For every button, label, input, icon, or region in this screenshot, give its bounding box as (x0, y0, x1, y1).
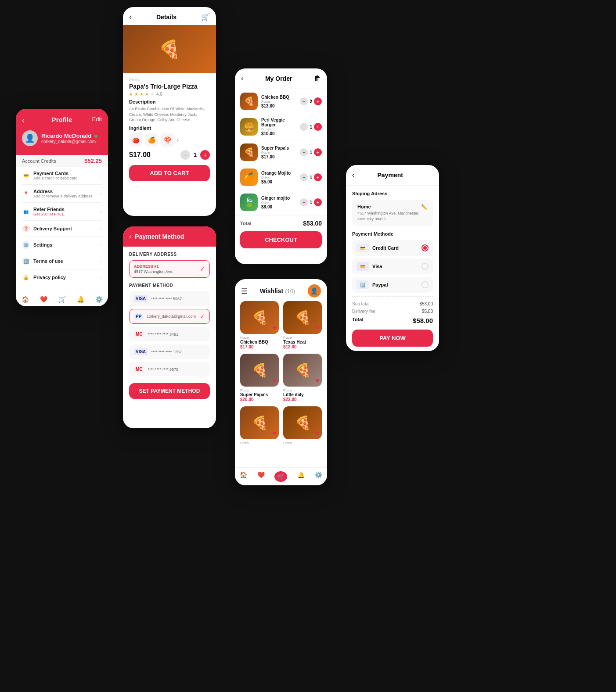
profile-menu: 💳 Payment Cards Add a credit or debit ca… (16, 167, 108, 285)
order-item-info: Orange Mojito Drink $5.00 (261, 171, 296, 184)
payment-detail-card: ‹ Payment Shiping Adress Home 4517 Washi… (346, 165, 439, 351)
payment-option-mc2[interactable]: MC **** **** **** 3570 (129, 362, 210, 376)
back-icon[interactable]: ‹ (129, 233, 131, 240)
add-to-cart-button[interactable]: ADD TO CART (129, 165, 210, 181)
back-icon[interactable]: ‹ (129, 12, 132, 22)
payment-option-paypal[interactable]: PP corkery_dakota@gmail.com ✓ (129, 309, 210, 324)
menu-item-support[interactable]: ❓ Delivery Support › (22, 221, 102, 237)
ingredient-tomato: 🍅 (129, 133, 142, 147)
payment-option-visa1[interactable]: VISA **** **** **** 5967 (129, 291, 210, 306)
qty-minus-button[interactable]: − (180, 150, 190, 160)
edit-button[interactable]: Edit (92, 116, 102, 122)
menu-item-payment-cards[interactable]: 💳 Payment Cards Add a credit or debit ca… (22, 167, 102, 185)
nav-wishlist-icon[interactable]: ❤️ (257, 471, 265, 482)
pay-method-credit-card[interactable]: 💳 Credit Card (352, 240, 433, 256)
cart-icon[interactable]: 🛒 (201, 13, 210, 21)
order-item: 🍔 Perl Veggie Burger Burger $10.00 − 1 + (240, 114, 322, 140)
heart-icon[interactable]: ♥ (273, 430, 276, 437)
nav-home-icon[interactable]: 🏠 (240, 471, 247, 482)
more-ingredients-icon[interactable]: › (177, 136, 179, 144)
qty-plus-button[interactable]: + (314, 148, 322, 156)
back-icon[interactable]: ‹ (352, 171, 354, 179)
nav-cart-icon[interactable]: 🛒 (58, 296, 66, 303)
chevron-icon: › (100, 258, 102, 264)
wishlist-item[interactable]: 🍕 ♥ Pizza (283, 406, 322, 445)
visa-logo-2: VISA (134, 348, 148, 355)
qty-plus-button[interactable]: + (314, 198, 322, 206)
wishlist-item[interactable]: 🍕 ♥ Pizza Super Papa's $20.00 (240, 354, 279, 402)
price-qty-row: $17.00 − 1 + (129, 150, 210, 160)
shipping-title: Shiping Adress (352, 191, 433, 196)
wishlist-item[interactable]: 🍕 ♥ Pizza (240, 406, 279, 445)
set-payment-method-button[interactable]: SET PAYMENT METHOD (129, 383, 210, 399)
address-box[interactable]: ADDRESS #1 4517 Washington Ave. ✓ (129, 260, 210, 278)
payment-section-label: PAYMENT METHOD (129, 283, 210, 288)
menu-item-address[interactable]: 📍 Address Add or remove a delivery addre… (22, 185, 102, 203)
nav-notif-icon[interactable]: 🔔 (297, 471, 305, 482)
qty-minus-button[interactable]: − (300, 97, 308, 105)
mc-logo-2: MC (134, 366, 144, 373)
nav-notif-icon[interactable]: 🔔 (77, 296, 84, 303)
payment-header-title: Payment Method (135, 233, 184, 240)
selected-check-icon: ✓ (200, 313, 205, 320)
radio-unselected (421, 281, 429, 288)
menu-item-refer[interactable]: 👥 Refer Friends Get $10.00 FREE › (22, 203, 102, 221)
payment-option-visa2[interactable]: VISA **** **** **** 1267 (129, 344, 210, 359)
order-item-info: Perl Veggie Burger Burger $10.00 (261, 118, 296, 136)
stars-row: ★ ★ ★ ★ ★ 4.0 (129, 92, 210, 97)
heart-icon[interactable]: ♥ (316, 430, 319, 437)
profile-header: ‹ Profile Edit 👤 Ricardo McDonald corker… (16, 109, 108, 155)
menu-item-terms[interactable]: ℹ️ Terms of use › (22, 253, 102, 269)
wishlist-item-image: 🍕 ♥ (240, 301, 279, 334)
nav-wishlist-icon[interactable]: ❤️ (40, 296, 47, 303)
order-item: 🍕 Super Papa's Pizza $17.00 − 1 + (240, 140, 322, 165)
edit-address-icon[interactable]: ✏️ (421, 204, 428, 210)
qty-minus-button[interactable]: − (300, 148, 308, 156)
wishlist-item[interactable]: 🍕 ♥ Pizza Chicken BBQ $17.00 (240, 301, 279, 349)
chevron-icon: › (100, 209, 102, 214)
back-icon[interactable]: ‹ (241, 75, 243, 82)
menu-item-settings[interactable]: ⚙️ Settings › (22, 237, 102, 253)
qty-plus-button[interactable]: + (200, 150, 210, 160)
profile-email: corkery_dakota@gmail.com (41, 139, 97, 144)
menu-item-privacy[interactable]: 🔒 Privacy policy › (22, 269, 102, 285)
qty-minus-button[interactable]: − (300, 198, 308, 206)
pay-method-paypal[interactable]: 🅿️ Paypal (352, 277, 433, 293)
nav-cart-icon[interactable]: 🛒 (274, 471, 287, 482)
wishlist-item[interactable]: 🍕 ♥ Pizza Little italy $22.00 (283, 354, 322, 402)
credit-card-icon: 💳 (357, 244, 369, 252)
profile-title: Profile (52, 116, 72, 123)
star-4: ★ (145, 92, 149, 97)
qty-plus-button[interactable]: + (314, 97, 322, 105)
wishlist-card: ☰ Wishlist (10) 👤 🍕 ♥ Pizza Chicken BBQ … (235, 279, 327, 485)
qty-minus-button[interactable]: − (300, 123, 308, 131)
checkout-button[interactable]: CHECKOUT (240, 231, 322, 248)
qty-plus-button[interactable]: + (314, 173, 322, 181)
pay-now-button[interactable]: PAY NOW (352, 330, 433, 347)
order-title: My Order (265, 75, 292, 82)
heart-icon[interactable]: ♥ (316, 377, 319, 384)
food-category: Pizza (129, 78, 210, 82)
ingredient-mushroom: 🍄 (161, 133, 174, 147)
nav-settings-icon[interactable]: ⚙️ (95, 296, 103, 303)
food-image: 🍕 (123, 25, 216, 73)
food-price: $17.00 (129, 151, 151, 159)
mc-logo: MC (134, 331, 144, 337)
delete-icon[interactable]: 🗑 (314, 75, 321, 82)
qty-minus-button[interactable]: − (300, 173, 308, 181)
heart-icon[interactable]: ♥ (316, 324, 319, 331)
nav-settings-icon[interactable]: ⚙️ (315, 471, 322, 482)
payment-option-mc1[interactable]: MC **** **** **** 3461 (129, 327, 210, 341)
heart-icon[interactable]: ♥ (273, 377, 276, 384)
order-item-image: 🍕 (240, 93, 258, 110)
back-icon[interactable]: ‹ (22, 116, 25, 125)
avatar: 👤 (22, 130, 38, 146)
wishlist-item[interactable]: 🍕 ♥ Pizza Texas Heat $12.00 (283, 301, 322, 349)
pay-method-visa[interactable]: 💳 Visa (352, 258, 433, 274)
nav-home-icon[interactable]: 🏠 (22, 296, 29, 303)
hamburger-icon[interactable]: ☰ (241, 287, 247, 295)
qty-plus-button[interactable]: + (314, 123, 322, 131)
heart-icon[interactable]: ♥ (273, 324, 276, 331)
star-3: ★ (140, 92, 144, 97)
order-item-info: Super Papa's Pizza $17.00 (261, 146, 296, 159)
